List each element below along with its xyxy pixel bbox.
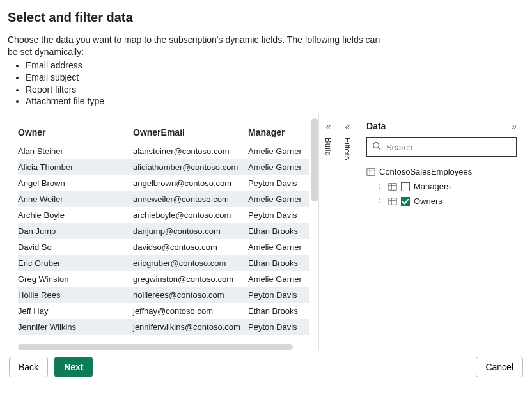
collapse-icon[interactable]: « xyxy=(345,122,350,131)
search-icon xyxy=(372,141,385,153)
back-button[interactable]: Back xyxy=(9,357,48,377)
table-cell: Ethan Brooks xyxy=(248,255,309,271)
search-input[interactable] xyxy=(385,142,511,153)
table-cell: ericgruber@contoso.com xyxy=(133,255,248,271)
cancel-button[interactable]: Cancel xyxy=(476,357,523,377)
filters-rail-label: Filters xyxy=(343,137,352,160)
next-button[interactable]: Next xyxy=(54,357,93,377)
table-row[interactable]: Eric Gruberericgruber@contoso.comEthan B… xyxy=(18,255,309,271)
table-row[interactable]: Jennifer Wilkinsjenniferwilkins@contoso.… xyxy=(18,319,309,335)
table-cell: davidso@contoso.com xyxy=(133,239,248,255)
table-cell: jeffhay@contoso.com xyxy=(133,303,248,319)
table-row[interactable]: David Sodavidso@contoso.comAmelie Garner xyxy=(18,239,309,255)
column-header[interactable]: OwnerEmail xyxy=(133,123,248,143)
tree-root[interactable]: ContosoSalesEmployees xyxy=(366,164,517,179)
list-item: Attachment file type xyxy=(26,95,526,107)
svg-rect-2 xyxy=(367,169,375,176)
list-item: Email address xyxy=(26,59,526,72)
table-row[interactable]: Angel Brownangelbrown@contoso.comPeyton … xyxy=(18,175,309,191)
column-header[interactable]: Manager xyxy=(248,123,309,143)
table-row[interactable]: Anne Weileranneweiler@contoso.comAmelie … xyxy=(18,191,309,207)
collapse-icon[interactable]: « xyxy=(326,122,331,131)
tree-item-label: Owners xyxy=(414,196,442,206)
svg-line-1 xyxy=(379,148,381,150)
build-rail-label: Build xyxy=(324,137,333,156)
footer: Back Next Cancel xyxy=(0,350,532,387)
table-icon xyxy=(388,182,397,191)
table-cell: Peyton Davis xyxy=(248,175,309,191)
table-cell: Amelie Garner xyxy=(248,239,309,255)
table-cell: Alan Steiner xyxy=(18,143,133,160)
table-row[interactable]: Archie Boylearchieboyle@contoso.comPeyto… xyxy=(18,207,309,223)
table-cell: Anne Weiler xyxy=(18,191,133,207)
table-cell: Peyton Davis xyxy=(248,287,309,303)
build-rail[interactable]: « Build xyxy=(318,114,338,350)
table-cell: Archie Boyle xyxy=(18,207,133,223)
table-cell: anneweiler@contoso.com xyxy=(133,191,248,207)
list-item: Email subject xyxy=(26,72,526,84)
table-cell: hollierees@contoso.com xyxy=(133,287,248,303)
table-cell: Dan Jump xyxy=(18,223,133,239)
table-cell: David So xyxy=(18,239,133,255)
table-cell: Amelie Garner xyxy=(248,143,309,160)
list-item: Report filters xyxy=(26,84,526,96)
tree-root-label: ContosoSalesEmployees xyxy=(379,167,472,176)
table-row[interactable]: Alicia Thomberaliciathomber@contoso.comA… xyxy=(18,159,309,175)
table-cell: Peyton Davis xyxy=(248,207,309,223)
chevron-right-icon[interactable]: 〉 xyxy=(378,196,384,206)
table-icon xyxy=(366,168,375,176)
checkbox-owners[interactable] xyxy=(401,197,410,206)
table-row[interactable]: Greg Winstongregwinston@contoso.comAmeli… xyxy=(18,271,309,287)
horizontal-scrollbar[interactable] xyxy=(18,344,293,350)
table-cell: Greg Winston xyxy=(18,271,133,287)
svg-point-0 xyxy=(373,143,379,148)
table-row[interactable]: Alan Steineralansteiner@contoso.comAmeli… xyxy=(18,143,309,160)
table-cell: Eric Gruber xyxy=(18,255,133,271)
table-cell: Ethan Brooks xyxy=(248,223,309,239)
table-cell: Peyton Davis xyxy=(248,319,309,335)
table-row[interactable]: Dan Jumpdanjump@contoso.comEthan Brooks xyxy=(18,223,309,239)
tree-item-owners[interactable]: 〉 Owners xyxy=(366,194,517,208)
expand-icon[interactable]: » xyxy=(512,121,517,131)
table-cell: Amelie Garner xyxy=(248,191,309,207)
intro-text: Choose the data you want to map to the s… xyxy=(8,34,391,58)
data-table[interactable]: OwnerOwnerEmailManager Alan Steineralans… xyxy=(18,123,309,335)
search-input-wrapper[interactable] xyxy=(366,137,517,157)
table-cell: Alicia Thomber xyxy=(18,159,133,175)
tree-item-managers[interactable]: 〉 Managers xyxy=(366,179,517,194)
table-cell: Jeff Hay xyxy=(18,303,133,319)
svg-rect-8 xyxy=(389,198,396,205)
checkbox-managers[interactable] xyxy=(401,182,410,191)
table-cell: danjump@contoso.com xyxy=(133,223,248,239)
page-title: Select and filter data xyxy=(8,10,526,25)
tree-item-label: Managers xyxy=(414,182,451,191)
chevron-right-icon[interactable]: 〉 xyxy=(378,182,384,191)
table-cell: jenniferwilkins@contoso.com xyxy=(133,319,248,335)
table-cell: Angel Brown xyxy=(18,175,133,191)
table-cell: Jennifer Wilkins xyxy=(18,319,133,335)
svg-rect-5 xyxy=(389,184,396,191)
table-row[interactable]: Hollie Reeshollierees@contoso.comPeyton … xyxy=(18,287,309,303)
table-cell: angelbrown@contoso.com xyxy=(133,175,248,191)
table-row[interactable]: Jeff Hayjeffhay@contoso.comEthan Brooks xyxy=(18,303,309,319)
table-cell: Hollie Rees xyxy=(18,287,133,303)
table-cell: Amelie Garner xyxy=(248,271,309,287)
table-icon xyxy=(388,197,397,206)
table-cell: archieboyle@contoso.com xyxy=(133,207,248,223)
table-cell: aliciathomber@contoso.com xyxy=(133,159,248,175)
filters-rail[interactable]: « Filters xyxy=(338,114,357,350)
vertical-scrollbar[interactable] xyxy=(311,118,318,201)
table-cell: gregwinston@contoso.com xyxy=(133,271,248,287)
table-cell: alansteiner@contoso.com xyxy=(133,143,248,160)
table-cell: Amelie Garner xyxy=(248,159,309,175)
column-header[interactable]: Owner xyxy=(18,123,133,143)
table-pane: OwnerOwnerEmailManager Alan Steineralans… xyxy=(6,114,318,350)
data-pane: Data » ContosoSalesEmployees 〉 xyxy=(357,114,526,350)
data-pane-title: Data xyxy=(366,121,386,131)
table-cell: Ethan Brooks xyxy=(248,303,309,319)
dynamic-fields-list: Email address Email subject Report filte… xyxy=(26,59,526,108)
